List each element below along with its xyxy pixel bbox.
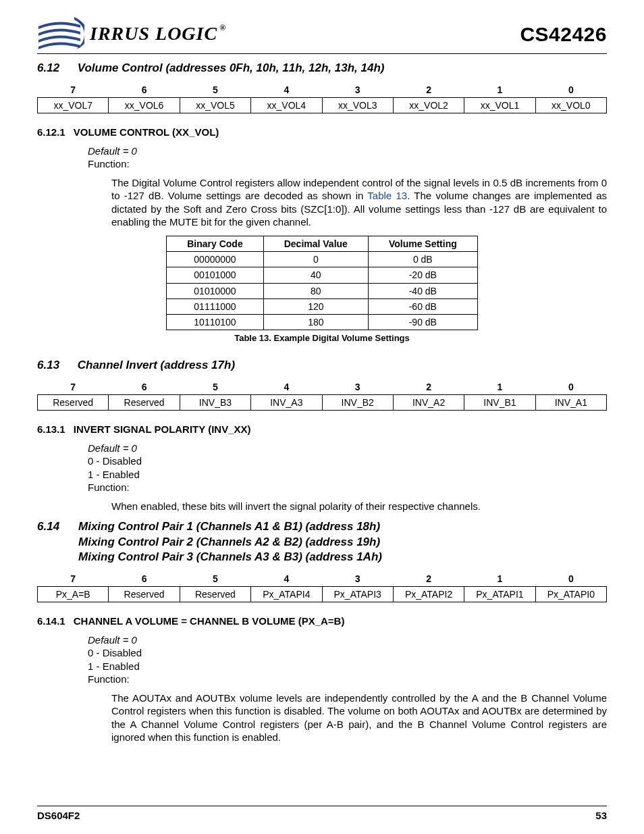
subsection-number: 6.12.1 [37, 126, 65, 139]
logo-mark-icon [37, 17, 84, 51]
section-text: Channel Invert (address 17h) [78, 359, 235, 371]
table-13-link[interactable]: Table 13 [367, 190, 407, 201]
section-text: Volume Control (addresses 0Fh, 10h, 11h,… [78, 61, 385, 74]
section-text-1: Mixing Control Pair 1 (Channels A1 & B1)… [78, 519, 380, 534]
bit-cell: xx_VOL5 [180, 98, 250, 113]
volume-settings-table: Binary Code Decimal Value Volume Setting… [166, 236, 478, 330]
page: IRRUS LOGIC ® CS42426 6.12 Volume Contro… [0, 0, 644, 834]
company-name-text: IRRUS LOGIC [90, 22, 217, 46]
function-label: Function: [88, 673, 607, 686]
bit-col: 0 [535, 82, 606, 98]
page-number: 53 [595, 809, 607, 823]
table-row: Px_A=BReservedReservedPx_ATAPI4Px_ATAPI3… [38, 586, 607, 602]
bit-col: 3 [322, 82, 393, 98]
function-label: Function: [88, 481, 607, 494]
document-id: DS604F2 [37, 809, 80, 823]
section-text-3: Mixing Control Pair 3 (Channels A3 & B3)… [78, 550, 607, 565]
bit-table-612: 7 6 5 4 3 2 1 0 xx_VOL7 xx_VOL6 xx_VOL5 … [37, 82, 607, 113]
subsection-6-14-1-heading: 6.14.1 CHANNEL A VOLUME = CHANNEL B VOLU… [37, 615, 607, 628]
bit-col: 4 [251, 82, 322, 98]
function-text-613: When enabled, these bits will invert the… [111, 500, 607, 513]
table-header-row: 76543210 [38, 571, 607, 587]
bit-cell: xx_VOL6 [109, 98, 180, 113]
subsection-title: VOLUME CONTROL (XX_VOL) [74, 126, 219, 139]
subsection-6-13-1-heading: 6.13.1 INVERT SIGNAL POLARITY (INV_XX) [37, 423, 607, 436]
table-header-row: 7 6 5 4 3 2 1 0 [38, 82, 607, 98]
default-value: Default = 0 [88, 442, 137, 454]
table-13-caption: Table 13. Example Digital Volume Setting… [37, 333, 607, 344]
bit-cell: xx_VOL4 [251, 98, 322, 113]
part-number: CS42426 [520, 21, 607, 47]
bit-cell: xx_VOL3 [322, 98, 393, 113]
subsection-title: INVERT SIGNAL POLARITY (INV_XX) [74, 423, 251, 436]
registered-mark: ® [219, 23, 226, 34]
subsection-title: CHANNEL A VOLUME = CHANNEL B VOLUME (PX_… [74, 615, 345, 628]
section-6-14-title: 6.14 Mixing Control Pair 1 (Channels A1 … [37, 519, 607, 564]
bit-cell: xx_VOL7 [38, 98, 109, 113]
col-binary: Binary Code [167, 236, 263, 251]
section-6-12-title: 6.12 Volume Control (addresses 0Fh, 10h,… [37, 61, 607, 76]
page-header: IRRUS LOGIC ® CS42426 [37, 17, 607, 54]
table-row: ReservedReservedINV_B3INV_A3INV_B2INV_A2… [38, 395, 607, 411]
option-1: 1 - Enabled [88, 468, 607, 481]
bit-col: 5 [180, 82, 250, 98]
bit-col: 7 [38, 82, 109, 98]
bit-table-613: 76543210 ReservedReservedINV_B3INV_A3INV… [37, 380, 607, 411]
default-value: Default = 0 [88, 145, 137, 157]
subsection-number: 6.14.1 [37, 615, 65, 628]
company-name: IRRUS LOGIC ® [90, 22, 226, 46]
table-header-row: 76543210 [38, 380, 607, 395]
section-number: 6.14 [37, 519, 78, 534]
bit-cell: xx_VOL0 [535, 98, 606, 113]
col-setting: Volume Setting [368, 236, 477, 251]
page-footer: DS604F2 53 [37, 806, 607, 823]
function-text-614: The AOUTAx and AOUTBx volume levels are … [111, 692, 607, 744]
subsection-6-12-1-heading: 6.12.1 VOLUME CONTROL (XX_VOL) [37, 126, 607, 139]
bit-col: 1 [464, 82, 535, 98]
table-row: 0010100040-20 dB [167, 267, 478, 283]
default-block-613: Default = 0 0 - Disabled 1 - Enabled Fun… [88, 442, 607, 494]
table-header-row: Binary Code Decimal Value Volume Setting [167, 236, 478, 251]
subsection-number: 6.13.1 [37, 423, 65, 436]
table-row: 0101000080-40 dB [167, 283, 478, 298]
company-logo: IRRUS LOGIC ® [37, 17, 226, 51]
section-6-13-title: 6.13 Channel Invert (address 17h) [37, 358, 607, 373]
default-value: Default = 0 [88, 634, 137, 646]
col-decimal: Decimal Value [263, 236, 368, 251]
table-row: 01111000120-60 dB [167, 298, 478, 314]
section-number: 6.12 [37, 61, 74, 76]
table-row: 0000000000 dB [167, 252, 478, 267]
bit-table-614: 76543210 Px_A=BReservedReservedPx_ATAPI4… [37, 571, 607, 602]
section-text-2: Mixing Control Pair 2 (Channels A2 & B2)… [78, 535, 607, 550]
default-block-612: Default = 0 Function: [88, 145, 607, 171]
function-label: Function: [88, 157, 607, 171]
function-text-612: The Digital Volume Control registers all… [111, 176, 607, 229]
table-row: xx_VOL7 xx_VOL6 xx_VOL5 xx_VOL4 xx_VOL3 … [38, 98, 607, 113]
table-row: 10110100180-90 dB [167, 314, 478, 330]
bit-cell: xx_VOL1 [464, 98, 535, 113]
bit-col: 6 [109, 82, 180, 98]
bit-cell: xx_VOL2 [393, 98, 464, 113]
bit-col: 2 [393, 82, 464, 98]
default-block-614: Default = 0 0 - Disabled 1 - Enabled Fun… [88, 633, 607, 686]
option-1: 1 - Enabled [88, 660, 607, 673]
section-number: 6.13 [37, 358, 74, 373]
option-0: 0 - Disabled [88, 454, 607, 468]
option-0: 0 - Disabled [88, 646, 607, 660]
